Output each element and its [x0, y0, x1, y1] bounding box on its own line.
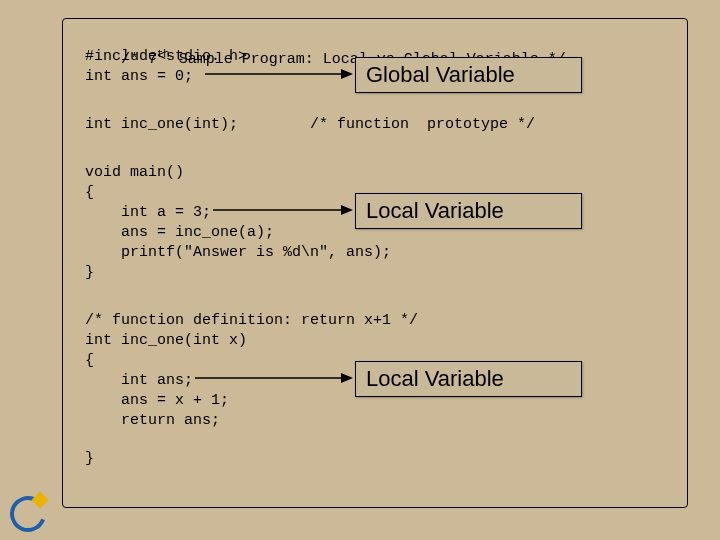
code-line-9: int a = 3; [85, 203, 211, 223]
code-line-5: int inc_one(int); /* function prototype … [85, 115, 535, 135]
code-line-14: /* function definition: return x+1 */ [85, 311, 418, 331]
code-line-11: printf("Answer is %d\n", ans); [85, 243, 391, 263]
code-line-8: { [85, 183, 94, 203]
code-line-3: int ans = 0; [85, 67, 193, 87]
logo-icon [8, 490, 50, 532]
arrow-global [205, 67, 353, 81]
code-line-19: return ans; [85, 411, 220, 431]
label-local-variable-2: Local Variable [355, 361, 582, 397]
slide-frame: /* 7th Sample Program: Local vs Global V… [62, 18, 688, 508]
code-line-20: } [85, 449, 94, 469]
code-line-17: int ans; [85, 371, 193, 391]
label-global-variable: Global Variable [355, 57, 582, 93]
arrow-local-1 [213, 203, 353, 217]
code-line-15: int inc_one(int x) [85, 331, 247, 351]
svg-marker-5 [341, 373, 353, 383]
svg-marker-1 [341, 69, 353, 79]
code-line-12: } [85, 263, 94, 283]
code-line-2: #include<stdio. h> [85, 47, 247, 67]
label-local-variable-1: Local Variable [355, 193, 582, 229]
code-line-10: ans = inc_one(a); [85, 223, 274, 243]
svg-marker-3 [341, 205, 353, 215]
arrow-local-2 [195, 371, 353, 385]
code-line-16: { [85, 351, 94, 371]
code-line-7: void main() [85, 163, 184, 183]
code-line-18: ans = x + 1; [85, 391, 229, 411]
